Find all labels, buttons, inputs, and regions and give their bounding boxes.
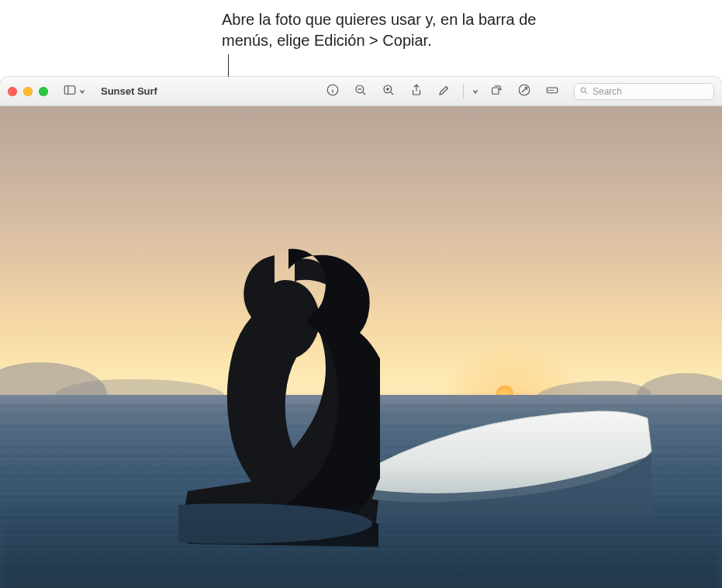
sidebar-toggle-button[interactable] (59, 82, 90, 101)
rotate-button[interactable] (485, 82, 507, 101)
minimize-window-button[interactable] (23, 87, 33, 96)
zoom-out-icon (354, 83, 368, 100)
markup-icon (517, 83, 531, 100)
svg-line-19 (586, 92, 588, 94)
zoom-in-icon (382, 83, 396, 100)
photo-surfboard (341, 409, 682, 517)
fullscreen-window-button[interactable] (39, 87, 48, 96)
info-button[interactable] (322, 82, 344, 101)
info-icon (326, 83, 340, 100)
sidebar-icon (63, 83, 77, 100)
callout-text: Abre la foto que quieres usar y, en la b… (222, 9, 563, 51)
search-field[interactable] (574, 83, 714, 100)
markup-button[interactable] (513, 82, 535, 101)
preview-window: Sunset Surf (0, 77, 722, 588)
toolbar-center-group (322, 82, 563, 101)
photo-foreground-water (0, 502, 722, 588)
close-window-button[interactable] (8, 87, 17, 96)
share-icon (409, 83, 423, 100)
toolbar-divider (463, 85, 464, 99)
zoom-in-button[interactable] (378, 82, 399, 101)
document-title: Sunset Surf (101, 85, 157, 97)
zoom-out-button[interactable] (350, 82, 371, 101)
highlight-button[interactable] (434, 82, 455, 101)
photo-surfer-silhouette (178, 237, 380, 547)
form-fill-icon (545, 83, 559, 100)
svg-line-6 (363, 92, 365, 94)
window-titlebar: Sunset Surf (0, 77, 722, 106)
svg-line-9 (391, 92, 393, 94)
chevron-down-icon[interactable] (472, 88, 479, 95)
rotate-icon (489, 83, 503, 100)
svg-point-4 (333, 87, 333, 88)
image-viewport[interactable] (0, 106, 722, 588)
window-controls (8, 87, 48, 96)
share-button[interactable] (406, 82, 427, 101)
search-icon (579, 85, 589, 99)
chevron-down-icon (78, 88, 86, 95)
svg-rect-0 (64, 85, 75, 94)
svg-point-18 (581, 88, 586, 92)
svg-rect-12 (492, 88, 499, 94)
form-fill-button[interactable] (541, 82, 563, 101)
highlight-icon (437, 83, 451, 100)
search-input[interactable] (592, 86, 709, 97)
